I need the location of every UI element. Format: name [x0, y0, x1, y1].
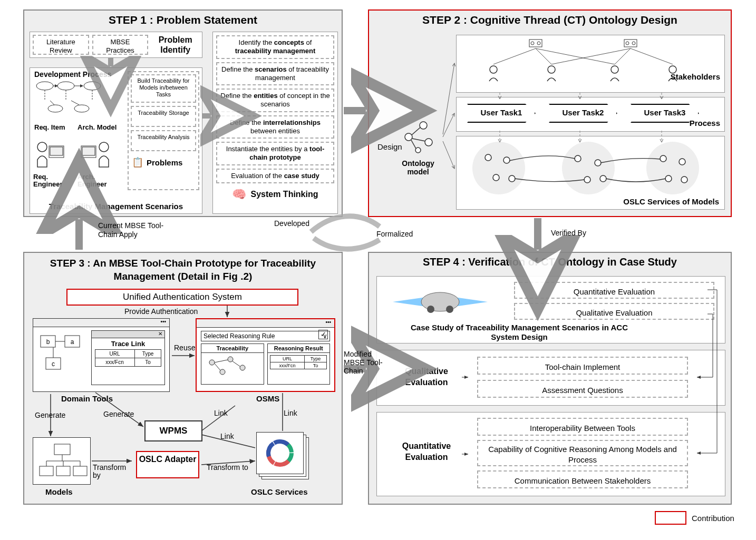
- svg-line-77: [215, 360, 228, 362]
- svg-point-52: [660, 155, 666, 162]
- interop-box: Interoperability Between Tools: [477, 418, 688, 436]
- svg-line-36: [536, 48, 551, 64]
- reasoning-table: URLType xxx/FcnTo: [270, 355, 327, 369]
- svg-point-0: [36, 82, 53, 90]
- link-label2: Link: [220, 432, 234, 440]
- svg-point-45: [503, 157, 510, 163]
- svg-rect-16: [82, 147, 95, 155]
- oslc-services-stack: [256, 432, 314, 485]
- comm-box: Communication Between Stakeholders: [477, 470, 688, 488]
- st-c6: Evaluation of the case study: [216, 169, 334, 183]
- svg-text:b: b: [46, 338, 50, 346]
- stakeholders-label: Stakeholders: [671, 72, 720, 81]
- st-c1: Identify the concepts of traceability ma…: [216, 35, 334, 59]
- svg-line-40: [631, 48, 673, 64]
- qual-eval-area: Qualitative Evaluation Tool-chain Implem…: [376, 350, 725, 406]
- svg-point-8: [48, 105, 63, 112]
- stakeholder-graph-icon: [457, 35, 725, 93]
- svg-text:c: c: [52, 360, 55, 368]
- user-task1: User Task1: [467, 104, 536, 123]
- quant-area-label: Quantitative Evaluation: [384, 441, 469, 463]
- svg-point-49: [595, 160, 601, 166]
- svg-rect-82: [56, 466, 70, 476]
- trace-link-subwin: ✕ Trace Link URLType xxx/FcnTo: [91, 330, 165, 385]
- toolchain-impl-box: Tool-chain Implement: [477, 357, 688, 375]
- domain-tools-window: ••• a b c ✕ Trace Link URLType xxx/FcnTo: [33, 318, 170, 392]
- traceability-panel: Traceability: [201, 343, 264, 385]
- legend-swatch: [655, 511, 686, 525]
- svg-line-35: [493, 48, 536, 64]
- osms-label: OSMS: [256, 394, 279, 403]
- svg-point-20: [425, 139, 432, 146]
- svg-point-76: [240, 365, 245, 370]
- user-task3: User Task3: [631, 104, 699, 123]
- reuse-label: Reuse: [174, 343, 195, 352]
- arch-model-label: Arch. Model: [77, 123, 117, 131]
- traceability-subboxes: Build Traceability for Models in/between…: [128, 71, 199, 190]
- svg-point-44: [485, 154, 491, 161]
- generate-label1: Generate: [35, 411, 65, 419]
- qual-eval-box: Qualitative Evaluation: [514, 303, 714, 320]
- svg-rect-14: [50, 147, 63, 155]
- svg-point-26: [531, 42, 534, 45]
- reasoning-panel: Reasoning Result URLType xxx/FcnTo: [267, 343, 331, 385]
- osms-dots-icon: •••: [197, 319, 334, 328]
- svg-rect-80: [54, 444, 70, 455]
- process-label: Process: [690, 119, 720, 127]
- trace-link-label: Trace Link: [92, 338, 164, 349]
- link-label1: Link: [214, 409, 228, 417]
- lidar-car-icon: [382, 281, 498, 323]
- model-boxes-icon: a b c: [36, 331, 89, 384]
- svg-line-38: [551, 48, 631, 64]
- case-study-label: Case Study of Traceability Management Sc…: [398, 323, 641, 342]
- trace-table: URLType xxx/FcnTo: [95, 349, 162, 367]
- provide-auth-label: Provide Authentication: [124, 307, 198, 316]
- hierarchy-icon: [33, 438, 91, 485]
- step4-panel: STEP 4 : Verification of CT Ontology in …: [368, 252, 732, 505]
- step2-title: STEP 2 : Cognitive Thread (CT) Ontology …: [369, 11, 731, 28]
- svg-point-51: [600, 175, 606, 182]
- process-diagram-icon: [34, 80, 129, 122]
- svg-point-101: [421, 292, 459, 311]
- svg-point-31: [490, 66, 497, 73]
- svg-rect-83: [73, 466, 87, 476]
- svg-point-47: [509, 175, 515, 182]
- wpms-box: WPMS: [144, 420, 202, 441]
- req-item-label: Req. Item: [34, 123, 65, 131]
- qual-area-label: Qualitative Evaluation: [384, 366, 469, 388]
- svg-line-23: [412, 139, 425, 141]
- st-c2: Define the scenarios of traceability man…: [216, 62, 334, 86]
- svg-point-73: [209, 360, 215, 365]
- rule-select[interactable]: Selected Reasoning Rule∨: [201, 331, 330, 341]
- req-engineer-icon: [34, 136, 66, 173]
- svg-point-41: [472, 142, 525, 194]
- tms-label: Traceability Management Scenarios: [34, 202, 198, 211]
- svg-line-62: [443, 63, 454, 134]
- st-c5: Instantiate the entities by a tool-chain…: [216, 142, 334, 165]
- svg-line-10: [50, 101, 54, 105]
- domain-tools-label: Domain Tools: [61, 394, 113, 403]
- svg-point-9: [74, 105, 89, 112]
- cap-reason-box: Capability of Cognitive Reasoning Among …: [477, 440, 688, 466]
- svg-point-30: [632, 42, 635, 45]
- svg-point-75: [220, 369, 225, 375]
- osms-window: ••• Selected Reasoning Rule∨ ✓ Traceabil…: [196, 318, 335, 392]
- trace-graph-icon: [201, 353, 264, 381]
- arch-eng-label: Arch. Engineer: [77, 173, 114, 189]
- st-c3: Define the entities of concept in the sc…: [216, 89, 334, 112]
- svg-point-17: [99, 142, 109, 152]
- user-task2: User Task2: [549, 104, 617, 123]
- svg-point-46: [493, 174, 499, 181]
- clipboard-icon: 📋: [132, 156, 143, 168]
- uas-box: Unified Authentication System: [66, 289, 298, 306]
- svg-point-43: [646, 142, 699, 194]
- svg-rect-81: [40, 466, 53, 476]
- contribution-label: Contribution: [692, 514, 734, 523]
- dev-process-label: Development Process: [34, 70, 111, 78]
- step1-top-row: Literature Review MBSE Practices Problem…: [30, 32, 202, 58]
- step1-title: STEP 1 : Problem Statement: [24, 11, 342, 28]
- mbse-practices-box: MBSE Practices: [92, 35, 149, 55]
- check-icon[interactable]: ✓: [318, 330, 328, 339]
- link-label3: Link: [284, 409, 297, 417]
- problems-label: Problems: [147, 158, 182, 167]
